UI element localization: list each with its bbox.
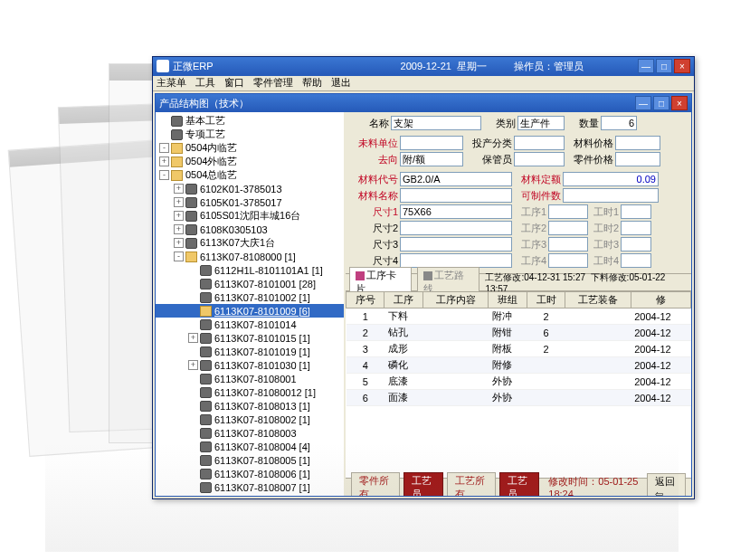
input-proc3[interactable] bbox=[548, 237, 588, 252]
tree-node[interactable]: +6113K07-8101015 [1] bbox=[156, 331, 344, 345]
input-keeper[interactable] bbox=[514, 152, 565, 166]
input-size4[interactable] bbox=[400, 253, 512, 268]
input-hour4[interactable] bbox=[621, 253, 651, 268]
btn-parts-all[interactable]: 零件所有 bbox=[351, 472, 400, 497]
minimize-button[interactable]: — bbox=[638, 59, 654, 73]
tree-expander[interactable]: + bbox=[174, 184, 184, 194]
grid-header[interactable]: 工序 bbox=[384, 292, 422, 308]
input-matquota[interactable] bbox=[563, 172, 659, 186]
tree-node[interactable]: 6113K07-81080012 [1] bbox=[156, 385, 344, 399]
input-proc2[interactable] bbox=[548, 221, 588, 235]
grid-header[interactable]: 班组 bbox=[489, 292, 527, 308]
tree-expander[interactable]: + bbox=[174, 211, 184, 221]
input-hour3[interactable] bbox=[621, 237, 651, 252]
grid-header[interactable]: 工序内容 bbox=[422, 292, 489, 308]
tree-node[interactable]: +0504外临艺 bbox=[156, 155, 344, 168]
input-category[interactable] bbox=[517, 116, 565, 130]
table-row[interactable]: 1下料附冲22004-12 bbox=[347, 308, 691, 325]
tree-node[interactable]: 基本工艺 bbox=[156, 114, 344, 128]
input-proc1[interactable] bbox=[548, 204, 588, 219]
tree-node[interactable]: 6113K07-8108001 bbox=[156, 372, 344, 385]
grid-header[interactable]: 工艺装备 bbox=[565, 292, 631, 308]
tree-node[interactable]: +6113K07-8101030 [1] bbox=[156, 358, 344, 372]
tree-expander[interactable]: + bbox=[174, 224, 184, 234]
sub-minimize-button[interactable]: — bbox=[635, 96, 651, 110]
tree-node[interactable]: 6113K07-8108003 bbox=[156, 426, 344, 440]
tree-node[interactable]: +6113K07大庆1台 bbox=[156, 236, 344, 250]
input-unit[interactable] bbox=[400, 136, 463, 150]
sub-titlebar[interactable]: 产品结构图（技术） — □ × bbox=[156, 94, 691, 112]
tree-node[interactable]: 6113K07-8108004 [4] bbox=[156, 440, 344, 453]
close-button[interactable]: × bbox=[674, 59, 690, 73]
tree-node[interactable]: 6113K07-8108002 [1] bbox=[156, 413, 344, 426]
tree-expander[interactable]: - bbox=[174, 252, 184, 261]
grid-header[interactable]: 序号 bbox=[347, 292, 384, 308]
menu-tools[interactable]: 工具 bbox=[195, 76, 215, 90]
grid-area[interactable]: 序号工序工序内容班组工时工艺装备修 1下料附冲22004-122钻孔附钳6200… bbox=[346, 291, 691, 478]
btn-technician-2[interactable]: 工艺员 bbox=[499, 472, 540, 497]
input-hour2[interactable] bbox=[621, 221, 651, 235]
table-row[interactable]: 2钻孔附钳62004-12 bbox=[347, 325, 691, 341]
tree-node[interactable]: +6105K01-3785017 bbox=[156, 195, 344, 209]
btn-process-all[interactable]: 工艺所有 bbox=[447, 472, 496, 497]
tree-node[interactable]: 6113K07-8101001 [28] bbox=[156, 277, 344, 290]
tree-node[interactable]: +6108K0305103 bbox=[156, 223, 344, 236]
btn-technician-1[interactable]: 工艺员 bbox=[403, 472, 444, 497]
tree-node[interactable]: 6113K07-8108005 [1] bbox=[156, 453, 344, 467]
menu-exit[interactable]: 退出 bbox=[331, 76, 351, 90]
input-dest[interactable] bbox=[400, 152, 463, 166]
menu-parts[interactable]: 零件管理 bbox=[253, 76, 293, 90]
tree-expander[interactable]: + bbox=[188, 360, 198, 370]
sub-close-button[interactable]: × bbox=[671, 96, 688, 110]
titlebar[interactable]: 正微ERP 2009-12-21 星期一 操作员：管理员 — □ × bbox=[153, 57, 694, 76]
tree-expander[interactable]: - bbox=[159, 143, 169, 153]
tree-node[interactable]: 6113K07-8108006 [1] bbox=[156, 467, 344, 480]
tree-node[interactable]: 专项工艺 bbox=[156, 128, 344, 141]
input-name[interactable] bbox=[391, 116, 481, 130]
tree-node[interactable]: +6102K01-3785013 bbox=[156, 182, 344, 195]
input-matname[interactable] bbox=[400, 188, 512, 203]
process-grid[interactable]: 序号工序工序内容班组工时工艺装备修 1下料附冲22004-122钻孔附钳6200… bbox=[346, 291, 691, 406]
menu-help[interactable]: 帮助 bbox=[302, 76, 322, 90]
tree-node[interactable]: 6113K07-8101009 [6] bbox=[156, 304, 344, 318]
sub-maximize-button[interactable]: □ bbox=[653, 96, 669, 110]
tree-expander[interactable]: + bbox=[188, 333, 198, 343]
tree-expander[interactable]: + bbox=[174, 238, 184, 248]
grid-header[interactable]: 修 bbox=[631, 292, 690, 308]
input-partprice[interactable] bbox=[615, 152, 660, 166]
tree-expander[interactable]: - bbox=[159, 170, 169, 180]
input-qty[interactable] bbox=[601, 116, 637, 130]
menu-main[interactable]: 主菜单 bbox=[157, 76, 186, 90]
input-size1[interactable] bbox=[400, 204, 512, 219]
maximize-button[interactable]: □ bbox=[656, 59, 672, 73]
tree-node[interactable]: -0504总临艺 bbox=[156, 168, 344, 182]
input-proc4[interactable] bbox=[548, 253, 588, 268]
label-dest: 去向 bbox=[351, 153, 400, 166]
tree-node[interactable]: 6113K07-8108013 [1] bbox=[156, 399, 344, 413]
grid-header[interactable]: 工时 bbox=[527, 292, 565, 308]
input-hour1[interactable] bbox=[621, 204, 651, 219]
tree-node[interactable]: 6113K07-8108007 [1] bbox=[156, 480, 344, 494]
input-size3[interactable] bbox=[400, 237, 512, 252]
tree-panel[interactable]: 基本工艺专项工艺-0504内临艺+0504外临艺-0504总临艺+6102K01… bbox=[156, 112, 346, 496]
btn-back[interactable]: 返回⇦ bbox=[647, 473, 686, 497]
input-size2[interactable] bbox=[400, 221, 512, 235]
tree-node[interactable]: 6113K07-8101019 [1] bbox=[156, 345, 344, 358]
tree-expander[interactable]: + bbox=[159, 157, 169, 166]
input-matprice[interactable] bbox=[615, 136, 660, 150]
input-makecnt[interactable] bbox=[563, 188, 659, 203]
tree-node[interactable]: 6113K07-8101014 bbox=[156, 318, 344, 331]
tree-expander[interactable]: + bbox=[174, 197, 184, 207]
table-row[interactable]: 3成形附板22004-12 bbox=[347, 341, 691, 357]
table-row[interactable]: 5底漆外协2004-12 bbox=[347, 374, 691, 390]
menu-window[interactable]: 窗口 bbox=[224, 76, 244, 90]
tree-node[interactable]: +6105S01沈阳丰城16台 bbox=[156, 209, 344, 223]
tree-node[interactable]: -0504内临艺 bbox=[156, 141, 344, 155]
input-matcode[interactable] bbox=[400, 172, 512, 186]
table-row[interactable]: 6面漆外协2004-12 bbox=[347, 390, 691, 406]
input-prod[interactable] bbox=[514, 136, 565, 150]
tree-node[interactable]: 6112H1L-8101101A1 [1] bbox=[156, 263, 344, 277]
tree-node[interactable]: 6113K07-8101002 [1] bbox=[156, 290, 344, 304]
tree-node[interactable]: -6113K07-8108000 [1] bbox=[156, 250, 344, 263]
table-row[interactable]: 4磷化附修2004-12 bbox=[347, 357, 691, 374]
